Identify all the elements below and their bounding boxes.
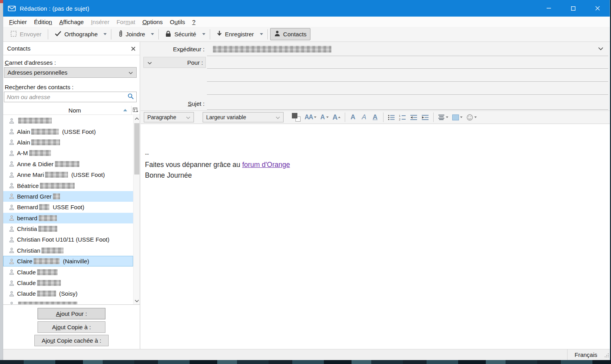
language-indicator[interactable]: Français (567, 349, 604, 360)
recipient-row-empty[interactable] (141, 69, 610, 82)
contact-row[interactable]: Christia (3, 223, 133, 234)
contact-row[interactable]: Béatrice (3, 180, 133, 191)
to-label: Pour : (187, 59, 203, 66)
from-label: Expéditeur : (141, 46, 205, 53)
menu-item-6[interactable]: Outils (166, 18, 188, 26)
address-book-select[interactable]: Adresses personnelles (4, 67, 137, 78)
contact-row[interactable]: Christian (3, 245, 133, 256)
contact-name: Anne & Didier (17, 161, 54, 167)
contacts-panel-close-icon[interactable] (129, 44, 137, 53)
alignment-button[interactable] (437, 112, 449, 122)
contact-row[interactable]: Alain (3, 137, 133, 148)
attach-paperclip-icon (118, 30, 123, 39)
forum-orange-link[interactable]: forum d'Orange (242, 161, 290, 169)
contact-row[interactable]: Anne Mari(USSE Foot) (3, 169, 133, 180)
close-button[interactable] (585, 0, 610, 17)
person-icon (9, 161, 14, 167)
maximize-button[interactable] (561, 0, 585, 17)
menu-item-0[interactable]: Fichier (6, 18, 30, 26)
add-cc-button[interactable]: Ajout Copie à : (38, 321, 105, 333)
svg-text:2: 2 (399, 118, 400, 120)
scrollbar-thumb[interactable] (134, 123, 139, 174)
font-select[interactable]: Largeur variable (203, 112, 284, 122)
chevron-down-icon (446, 116, 448, 118)
from-value-redacted[interactable] (213, 46, 331, 53)
contact-row[interactable] (3, 299, 133, 304)
person-icon (9, 118, 14, 124)
security-dropdown[interactable] (200, 29, 207, 39)
contact-row[interactable] (3, 115, 133, 126)
name-column-header[interactable]: Nom (17, 107, 81, 114)
subject-input[interactable] (207, 109, 608, 110)
send-button[interactable]: Envoyer (6, 28, 45, 41)
add-to-button[interactable]: Ajout Pour : (38, 308, 105, 319)
spellcheck-dropdown[interactable] (102, 29, 109, 39)
indent-button[interactable] (420, 112, 430, 122)
contacts-button[interactable]: Contacts (270, 28, 310, 40)
menu-item-7[interactable]: ? (188, 18, 199, 26)
bold-button[interactable]: A (348, 112, 358, 122)
decrease-font-size-button[interactable]: A (319, 112, 330, 122)
contact-row[interactable]: bernard (3, 213, 133, 223)
spellcheck-icon (55, 31, 62, 38)
contact-row[interactable]: Claire(Nainville) (3, 256, 133, 266)
chevron-down-icon (128, 69, 133, 76)
spellcheck-button[interactable]: Orthographe (51, 28, 102, 40)
message-body-editor[interactable]: -- Faites vous dépanner grâce au forum d… (141, 124, 610, 349)
contact-row[interactable]: Claude (3, 278, 133, 288)
from-chevron-down-icon[interactable] (598, 45, 603, 52)
contact-row[interactable]: Bernard Grer (3, 191, 133, 202)
contact-name: Alain (17, 139, 30, 146)
redacted-name-segment (39, 215, 57, 221)
contact-list-scrollbar[interactable] (133, 115, 140, 304)
save-dropdown[interactable] (258, 29, 265, 39)
attach-dropdown[interactable] (149, 29, 156, 39)
redacted-name-segment (37, 291, 56, 296)
recipient-type-select[interactable]: Pour : (143, 57, 206, 68)
numbered-list-button[interactable]: 12 (398, 112, 407, 122)
search-icon[interactable] (128, 93, 134, 101)
paragraph-format-select[interactable]: Paragraphe (144, 112, 194, 122)
contact-row[interactable]: Anne & Didier (3, 159, 133, 169)
contact-row[interactable]: Alain(USSE Foot) (3, 126, 133, 137)
contact-name: Bernard (17, 204, 38, 210)
underline-button[interactable]: A (370, 112, 380, 122)
increase-font-size-button[interactable]: A (331, 112, 342, 122)
contact-row[interactable]: Christian Foot U10/11 (USSE Foot) (3, 234, 133, 245)
resize-grip-icon[interactable] (604, 353, 609, 360)
contact-list-header[interactable]: Nom (3, 106, 140, 115)
person-icon (9, 139, 14, 145)
insert-object-button[interactable] (451, 112, 464, 122)
contact-row[interactable]: Claude(Soisy) (3, 288, 133, 299)
bullet-list-button[interactable] (387, 112, 396, 122)
person-icon (9, 129, 14, 134)
smiley-button[interactable] (465, 112, 478, 122)
scroll-up-icon[interactable] (133, 115, 140, 122)
recipient-row-empty[interactable] (141, 82, 610, 95)
redacted-name-segment (39, 204, 49, 210)
security-button[interactable]: Sécurité (161, 28, 200, 41)
contact-row[interactable]: Claude (3, 266, 133, 277)
spellcheck-button-label: Orthographe (64, 31, 98, 38)
attach-button-label: Joindre (126, 31, 145, 38)
add-bcc-button[interactable]: Ajout Copie cachée à : (34, 335, 109, 346)
menu-item-2[interactable]: Affichage (56, 18, 87, 26)
minimize-button[interactable] (536, 0, 561, 17)
contact-name: Bernard Grer (17, 193, 52, 200)
font-size-button[interactable]: AA (303, 112, 318, 122)
text-color-picker[interactable] (291, 112, 302, 122)
contact-row[interactable]: BernardUSSE Foot) (3, 202, 133, 212)
title-bar[interactable]: Rédaction : (pas de sujet) (3, 0, 610, 17)
outdent-button[interactable] (409, 112, 419, 122)
column-picker-icon[interactable] (131, 106, 140, 115)
menu-item-1[interactable]: Édition (30, 18, 56, 26)
save-button[interactable]: Enregistrer (212, 28, 258, 40)
contact-name: A-M (17, 150, 28, 156)
search-input[interactable] (7, 94, 128, 100)
italic-button[interactable]: A (359, 112, 369, 122)
scroll-down-icon[interactable] (133, 298, 140, 304)
contact-row[interactable]: A-M (3, 148, 133, 158)
menu-item-5[interactable]: Options (139, 18, 166, 26)
compose-window: Rédaction : (pas de sujet) FichierÉditio… (3, 0, 610, 360)
attach-button[interactable]: Joindre (114, 28, 149, 41)
